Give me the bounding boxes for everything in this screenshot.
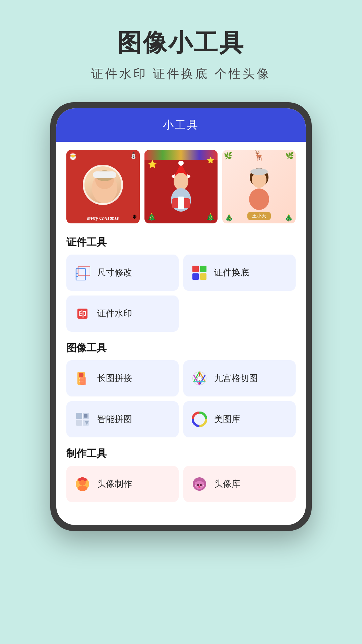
app-bar: 小工具 — [56, 108, 306, 142]
tool-long-img-label: 长图拼接 — [97, 372, 132, 384]
svg-rect-3 — [93, 171, 116, 178]
tool-meituku[interactable]: 美图库 — [183, 401, 296, 437]
svg-rect-27 — [79, 373, 83, 377]
tool-avatar-make-label: 头像制作 — [97, 478, 132, 490]
stamp-icon: 印 — [74, 305, 91, 322]
puzzle-icon — [74, 411, 91, 428]
palette-icon — [191, 264, 208, 281]
phone-inner: 小工具 🎅 ⛄ — [56, 108, 306, 525]
svg-point-47 — [195, 481, 204, 489]
svg-rect-22 — [192, 273, 199, 280]
svg-point-6 — [178, 161, 184, 166]
section-make-title: 制作工具 — [66, 447, 296, 461]
page-header: 图像小工具 证件水印 证件换底 个性头像 — [91, 27, 271, 82]
certificate-tools-grid: 尺寸修改 证件换底 — [66, 255, 296, 332]
tool-smart-puzzle-label: 智能拼图 — [97, 413, 132, 425]
svg-rect-30 — [80, 377, 86, 385]
aperture-icon — [191, 370, 208, 387]
svg-rect-37 — [84, 414, 87, 418]
avatar-icon — [74, 475, 91, 493]
section-certificate: 证件工具 尺寸修改 — [66, 235, 296, 332]
tool-avatar-lib-label: 头像库 — [214, 478, 240, 490]
windows-icon — [191, 411, 208, 428]
phone-shell: 小工具 🎅 ⛄ — [50, 102, 312, 531]
svg-point-7 — [174, 173, 188, 190]
preview-card-3[interactable]: 🦌 🌿 🌿 — [222, 150, 296, 223]
tool-avatar-lib[interactable]: 头像库 — [183, 466, 296, 502]
svg-point-42 — [78, 486, 87, 491]
long-image-icon — [74, 370, 91, 387]
tool-nine-grid[interactable]: 九宫格切图 — [183, 360, 296, 396]
preview-card-2[interactable]: ⭐ ⭐ — [144, 150, 218, 223]
svg-point-45 — [83, 478, 87, 481]
svg-rect-23 — [200, 273, 206, 280]
avatar-lib-icon — [191, 475, 208, 493]
page-title: 图像小工具 — [91, 27, 271, 59]
app-content: 🎅 ⛄ ❄ — [56, 142, 306, 525]
preview-row: 🎅 ⛄ ❄ — [66, 150, 296, 223]
svg-rect-16 — [78, 266, 90, 276]
svg-rect-35 — [76, 420, 82, 426]
section-image-title: 图像工具 — [66, 341, 296, 355]
section-certificate-title: 证件工具 — [66, 235, 296, 249]
section-image: 图像工具 长图拼接 — [66, 341, 296, 437]
svg-rect-15 — [76, 268, 85, 280]
tool-avatar-make[interactable]: 头像制作 — [66, 466, 179, 502]
svg-rect-20 — [192, 266, 199, 272]
image-tools-grid: 长图拼接 — [66, 360, 296, 437]
tool-resize-label: 尺寸修改 — [97, 267, 132, 278]
name-tag: 王小天 — [247, 212, 271, 220]
svg-point-13 — [250, 168, 268, 175]
svg-point-50 — [197, 484, 199, 486]
svg-rect-33 — [76, 413, 82, 419]
tool-long-img[interactable]: 长图拼接 — [66, 360, 179, 396]
tool-meituku-label: 美图库 — [214, 413, 240, 425]
preview-card-1[interactable]: 🎅 ⛄ ❄ — [66, 150, 140, 223]
tool-watermark[interactable]: 印 证件水印 — [66, 296, 179, 332]
tool-resize[interactable]: 尺寸修改 — [66, 255, 179, 291]
app-bar-title: 小工具 — [56, 118, 306, 132]
tool-bg-change[interactable]: 证件换底 — [183, 255, 296, 291]
merry-christmas-text: Merry Christmas — [66, 216, 140, 221]
make-tools-grid: 头像制作 — [66, 466, 296, 502]
ruler-icon — [74, 264, 91, 281]
svg-point-14 — [249, 189, 269, 210]
page-subtitle: 证件水印 证件换底 个性头像 — [91, 66, 271, 82]
svg-rect-21 — [200, 266, 206, 272]
tool-watermark-label: 证件水印 — [97, 308, 132, 319]
svg-text:印: 印 — [79, 310, 86, 318]
section-make: 制作工具 — [66, 447, 296, 502]
svg-point-32 — [197, 376, 201, 380]
tool-bg-change-label: 证件换底 — [214, 267, 249, 278]
tool-nine-grid-label: 九宫格切图 — [214, 372, 258, 384]
svg-rect-10 — [178, 197, 184, 209]
svg-point-52 — [198, 486, 201, 488]
tool-smart-puzzle[interactable]: 智能拼图 — [66, 401, 179, 437]
svg-point-51 — [200, 484, 202, 486]
